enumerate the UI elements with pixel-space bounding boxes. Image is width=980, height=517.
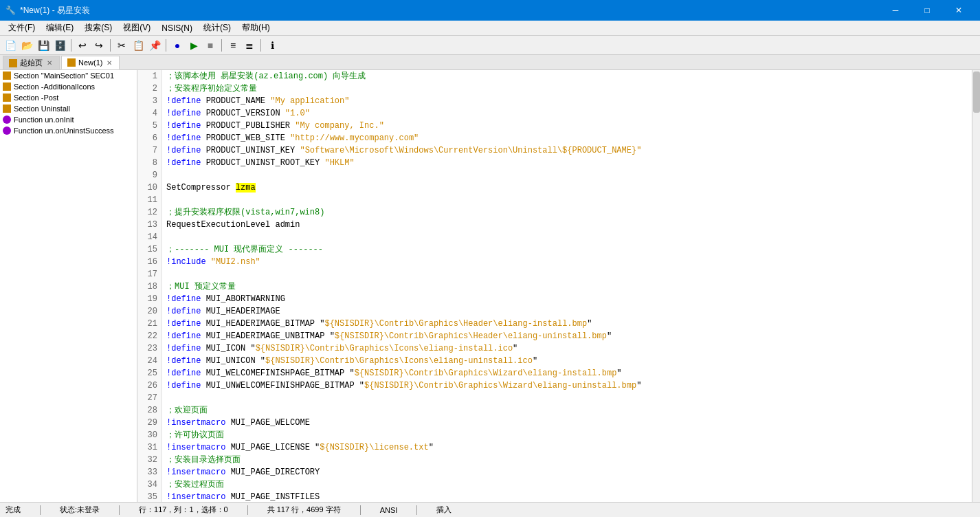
tab-home[interactable]: 起始页 ✕ [3, 56, 60, 69]
line-number: 34 [137, 478, 162, 491]
sidebar-label-1: Section "MainSection" SEC01 [14, 72, 114, 80]
maximize-button[interactable]: □ [911, 0, 943, 21]
line-number: 27 [137, 392, 162, 404]
line-number: 11 [137, 194, 162, 206]
code-line: ；------- MUI 现代界面定义 ------- [166, 243, 972, 256]
tab-new1-label: New(1) [78, 58, 102, 67]
minimize-button[interactable]: ─ [880, 0, 911, 21]
sidebar-item-mainsection[interactable]: Section "MainSection" SEC01 [0, 70, 137, 81]
stop-button[interactable]: ■ [203, 38, 218, 53]
code-line: ；提升安装程序权限(vista,win7,win8) [166, 206, 972, 219]
section-icon-2 [3, 82, 11, 91]
code-line: !define PRODUCT_UNINST_KEY "Software\Mic… [166, 144, 972, 157]
tab-home-label: 起始页 [20, 58, 43, 68]
code-line: ；该脚本使用 易星安装(az.eliang.com) 向导生成 [166, 70, 972, 82]
align-right-button[interactable]: ≣ [242, 38, 257, 53]
line-number: 33 [137, 466, 162, 478]
sidebar-item-post[interactable]: Section -Post [0, 92, 137, 103]
status-total: 共 117 行，4699 字符 [267, 505, 341, 515]
undo-button[interactable]: ↩ [75, 38, 90, 53]
line-number: 29 [137, 417, 162, 429]
cut-button[interactable]: ✂ [114, 38, 129, 53]
info-button[interactable]: ℹ [265, 38, 280, 53]
tab-new1-close[interactable]: ✕ [105, 59, 113, 67]
line-number: 10 [137, 182, 162, 194]
status-bar: 完成 状态:未登录 行：117，列：1，选择：0 共 117 行，4699 字符… [0, 502, 980, 517]
sidebar-label-4: Section Uninstall [14, 104, 70, 113]
sidebar-label-6: Function un.onUninstSuccess [14, 126, 114, 135]
code-line: ；MUI 预定义常量 [166, 280, 972, 293]
code-line [166, 169, 972, 182]
code-line: !define MUI_HEADERIMAGE_UNBITMAP "${NSIS… [166, 330, 972, 342]
tab-new1[interactable]: New(1) ✕ [61, 56, 120, 69]
menu-help[interactable]: 帮助(H) [236, 21, 276, 36]
tab-home-close[interactable]: ✕ [45, 59, 54, 67]
scrollbar[interactable] [972, 70, 980, 502]
status-sep-2 [119, 505, 120, 515]
sidebar-item-oninit[interactable]: Function un.onInit [0, 114, 137, 125]
run-button[interactable]: ● [170, 38, 185, 53]
status-mode: 插入 [436, 505, 452, 515]
section-icon-3 [3, 94, 11, 102]
line-numbers: 1234567891011121314151617181920212223242… [137, 70, 162, 502]
align-left-button[interactable]: ≡ [225, 38, 241, 53]
compile-button[interactable]: ▶ [186, 38, 201, 53]
sidebar-item-uninstall[interactable]: Section Uninstall [0, 103, 137, 114]
code-line: !define MUI_UNWELCOMEFINISHPAGE_BITMAP "… [166, 380, 972, 392]
menu-search[interactable]: 搜索(S) [79, 21, 118, 36]
toolbar-sep-3 [166, 39, 166, 52]
menu-edit[interactable]: 编辑(E) [41, 21, 79, 36]
menu-stats[interactable]: 统计(S) [198, 21, 236, 36]
save-all-button[interactable]: 🗄️ [52, 38, 67, 53]
status-sep-3 [247, 505, 248, 515]
line-number: 32 [137, 454, 162, 466]
code-line: !insertmacro MUI_PAGE_LICENSE "${NSISDIR… [166, 441, 972, 454]
line-number: 19 [137, 293, 162, 305]
paste-button[interactable]: 📌 [147, 38, 162, 53]
new1-tab-icon [67, 58, 76, 67]
redo-button[interactable]: ↪ [91, 38, 107, 53]
sidebar-item-onuninstsuccess[interactable]: Function un.onUninstSuccess [0, 125, 137, 136]
copy-button[interactable]: 📋 [131, 38, 146, 53]
code-line: !insertmacro MUI_PAGE_WELCOME [166, 417, 972, 429]
line-number: 24 [137, 355, 162, 367]
code-line: !define MUI_HEADERIMAGE [166, 305, 972, 318]
line-number: 25 [137, 367, 162, 380]
code-line: ；许可协议页面 [166, 429, 972, 441]
status-encoding: ANSI [380, 506, 398, 514]
menu-nsis[interactable]: NSIS(N) [156, 21, 198, 36]
line-number: 8 [137, 157, 162, 169]
menu-bar: 文件(F) 编辑(E) 搜索(S) 视图(V) NSIS(N) 统计(S) 帮助… [0, 21, 980, 36]
new-button[interactable]: 📄 [3, 38, 18, 53]
status-sep-5 [416, 505, 417, 515]
close-button[interactable]: ✕ [943, 0, 975, 21]
line-number: 3 [137, 95, 162, 107]
code-line: RequestExecutionLevel admin [166, 219, 972, 231]
status-complete: 完成 [5, 505, 21, 515]
toolbar-sep-4 [221, 39, 222, 52]
sidebar-label-3: Section -Post [14, 94, 58, 102]
line-number: 1 [137, 70, 162, 82]
title-bar: 🔧 *New(1) - 易星安装 ─ □ ✕ [0, 0, 980, 21]
code-line: !define MUI_ABORTWARNING [166, 293, 972, 305]
open-button[interactable]: 📂 [19, 38, 34, 53]
line-number: 21 [137, 318, 162, 330]
section-icon-1 [3, 72, 11, 80]
line-number: 22 [137, 330, 162, 342]
toolbar-sep-5 [260, 39, 261, 52]
code-line: ；欢迎页面 [166, 404, 972, 417]
menu-file[interactable]: 文件(F) [3, 21, 41, 36]
scrollbar-thumb[interactable] [973, 72, 980, 113]
code-line: !define PRODUCT_VERSION "1.0" [166, 107, 972, 120]
menu-view[interactable]: 视图(V) [118, 21, 156, 36]
code-content[interactable]: ；该脚本使用 易星安装(az.eliang.com) 向导生成；安装程序初始定义… [162, 70, 972, 502]
line-number: 16 [137, 256, 162, 268]
sidebar-item-additionalicons[interactable]: Section -AdditionalIcons [0, 81, 137, 92]
line-number: 35 [137, 491, 162, 502]
line-number: 17 [137, 268, 162, 280]
code-area: 1234567891011121314151617181920212223242… [137, 70, 980, 502]
line-number: 12 [137, 206, 162, 219]
save-button[interactable]: 💾 [36, 38, 51, 53]
line-number: 23 [137, 342, 162, 355]
function-icon-1 [3, 116, 11, 124]
